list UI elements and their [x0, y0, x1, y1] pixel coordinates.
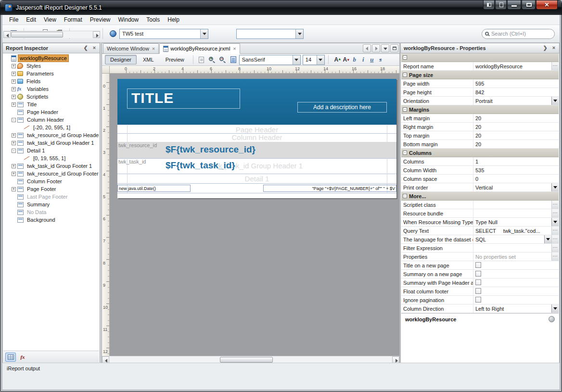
property-value[interactable]: Left to Right [473, 304, 559, 313]
ellipsis-button[interactable]: ... [551, 209, 559, 217]
tree-item-0-19-555-1[interactable]: [0, 19, 555, 1] [3, 154, 99, 162]
description-element[interactable]: Add a description here [297, 102, 387, 113]
tree-expander-icon[interactable]: + [12, 95, 16, 99]
tree-expander-icon[interactable]: + [12, 102, 16, 107]
dropdown-arrow-icon[interactable] [551, 97, 559, 105]
tab-close-icon[interactable]: × [152, 46, 155, 51]
property-section-blank[interactable]: - [401, 53, 559, 62]
elements-view-button[interactable] [5, 353, 16, 362]
dock-window-button[interactable] [483, 0, 495, 10]
scrollbar-thumb[interactable] [220, 357, 273, 363]
property-value[interactable] [473, 209, 551, 217]
property-section-margins[interactable]: -Margins [401, 105, 559, 114]
tree-item-20-20-595-1[interactable]: [-20, 20, 595, 1] [3, 124, 99, 131]
tab-worklogbyresource-jrxml[interactable]: worklogByResource.jrxml× [159, 43, 240, 54]
property-value[interactable] [473, 244, 551, 252]
tree-expander-icon[interactable]: + [12, 72, 16, 76]
tree-item-fields[interactable]: +Fields [3, 77, 99, 85]
dropdown-arrow-icon[interactable] [551, 183, 559, 191]
dropdown-arrow-icon[interactable] [544, 235, 551, 243]
chevron-down-icon[interactable] [293, 55, 300, 64]
font-family-combo[interactable]: SansSerif [239, 55, 301, 65]
property-value[interactable]: 1 [473, 157, 559, 165]
report-wizard-button[interactable] [229, 55, 238, 64]
property-value[interactable]: No properties set [473, 253, 551, 261]
property-value[interactable]: 535 [473, 166, 559, 174]
scroll-left-icon[interactable] [102, 356, 109, 363]
ellipsis-button[interactable]: ... [551, 253, 559, 261]
scroll-tabs-left-button[interactable] [363, 44, 371, 52]
datasource-combo[interactable]: TW5 test [119, 29, 208, 39]
zoom-out-button[interactable]: − [218, 55, 228, 64]
resource-field-expression[interactable]: $F{twk_resource_id} [166, 144, 255, 155]
dropdown-arrow-icon[interactable] [551, 218, 559, 226]
minimize-panel-icon[interactable]: ❮ [82, 45, 89, 51]
task-group-header-band[interactable]: twk_task_id Group Header 1 twk_task_id $… [117, 158, 396, 174]
close-button[interactable]: ✕ [536, 0, 558, 10]
property-section-more[interactable]: -More... [401, 192, 559, 201]
tree-item-page-footer[interactable]: +Page Footer [3, 185, 99, 193]
tree-item-detail-1[interactable]: -Detail 1 [3, 147, 99, 154]
collapse-section-icon[interactable]: - [403, 107, 407, 112]
property-section-columns[interactable]: -Columns [401, 149, 559, 157]
tree-expander-icon[interactable]: + [12, 79, 16, 84]
tree-item-twk-task-id-group-header-1[interactable]: +twk_task_id Group Header 1 [3, 139, 99, 147]
page-preview-button[interactable] [197, 55, 206, 64]
float-panel-icon[interactable]: ❯ [542, 45, 549, 51]
checkbox[interactable] [475, 262, 481, 268]
title-band[interactable]: TITLE Add a description here [117, 79, 396, 125]
maximize-button[interactable] [522, 0, 536, 10]
property-value[interactable]: 0 [473, 175, 559, 183]
property-value[interactable]: Type Null [473, 218, 559, 226]
property-value[interactable] [473, 278, 559, 287]
property-value[interactable]: 20 [473, 131, 559, 139]
tree-item-twk-resource-id-group-footer[interactable]: +twk_resource_id Group Footer [3, 170, 99, 177]
secondary-combo[interactable] [236, 29, 304, 39]
tree-expander-icon[interactable]: + [12, 141, 16, 145]
tree-item-twk-task-id-group-footer-1[interactable]: +twk_task_id Group Footer 1 [3, 162, 99, 170]
tree-expander-icon[interactable]: + [12, 64, 16, 68]
report-page[interactable]: TITLE Add a description here Page Header… [117, 79, 396, 198]
tree-expander-icon[interactable]: + [12, 172, 16, 176]
designer-view-button[interactable]: Designer [105, 55, 137, 64]
checkbox[interactable] [475, 271, 481, 277]
close-panel-icon[interactable]: × [550, 45, 557, 51]
page-footer-band[interactable]: new java.util.Date() "Page "+$V{PAGE_NUM… [117, 185, 396, 192]
tree-item-column-header[interactable]: -Column Header [3, 116, 99, 124]
datasource-button[interactable] [107, 27, 119, 40]
collapse-section-icon[interactable]: - [403, 55, 407, 60]
title-text-element[interactable]: TITLE [127, 89, 240, 109]
scrollbar-thumb[interactable] [11, 32, 63, 38]
tree-expander-icon[interactable]: + [12, 133, 16, 138]
property-value[interactable] [473, 201, 551, 209]
menu-help[interactable]: Help [164, 15, 183, 25]
chevron-down-icon[interactable] [317, 55, 324, 64]
collapse-section-icon[interactable]: - [403, 194, 407, 198]
property-value[interactable]: worklogByResource [473, 62, 551, 70]
canvas-hscrollbar[interactable] [102, 356, 399, 363]
search-input[interactable] [491, 31, 551, 37]
tree-item-worklogbyresource[interactable]: worklogByResource [3, 54, 99, 62]
tab-welcome-window[interactable]: Welcome Window× [103, 43, 159, 53]
chevron-down-icon[interactable] [200, 29, 208, 38]
property-section-page-size[interactable]: -Page size [401, 71, 559, 79]
minimize-button[interactable] [507, 0, 521, 10]
title-bar[interactable]: Jaspersoft iReport Designer 5.5.1 ✕ [0, 0, 562, 15]
tree-item-summary[interactable]: Summary [3, 201, 99, 208]
collapse-section-icon[interactable]: - [403, 73, 407, 77]
scroll-right-icon[interactable] [93, 31, 100, 38]
dropdown-arrow-icon[interactable] [551, 304, 559, 313]
search-box[interactable] [482, 29, 555, 39]
property-value[interactable] [473, 287, 559, 295]
xml-view-button[interactable]: XML [138, 55, 159, 64]
scroll-tabs-right-button[interactable] [372, 44, 380, 52]
ellipsis-button[interactable]: ... [551, 201, 559, 209]
help-icon[interactable] [549, 316, 555, 322]
menu-window[interactable]: Window [115, 15, 143, 25]
inspector-hscrollbar[interactable] [3, 31, 100, 38]
property-value[interactable]: 842 [473, 88, 559, 96]
property-value[interactable] [473, 296, 559, 304]
ellipsis-button[interactable]: ... [551, 235, 559, 243]
property-value[interactable]: Vertical [473, 183, 559, 191]
tree-item-twk-resource-id-group-header[interactable]: +twk_resource_id Group Header [3, 131, 99, 139]
